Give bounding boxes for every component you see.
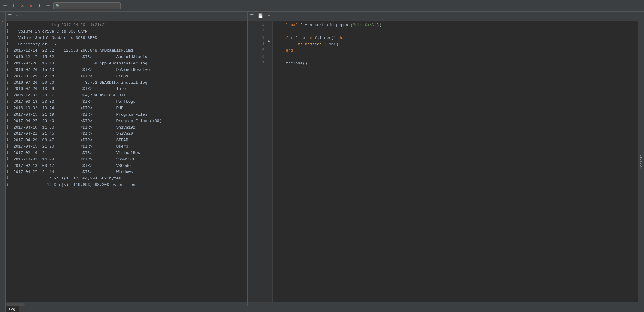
editor-gutter: 1 2 □ 3 4 5 6 7 (248, 21, 266, 302)
editor-content-area: 1 2 □ 3 4 5 6 7 ▶ local f = ass (248, 21, 644, 302)
log-line-text: 2016-07-26 15:10 <DIR> DaVinciResolve (13, 67, 150, 73)
info-icon[interactable]: ℹ (10, 2, 17, 9)
log-line-text: 2017-04-10 11:30 <DIR> ShiVa192 (13, 125, 135, 131)
run-button-column: ▶ (266, 21, 273, 302)
code-line-1: local f = assert (io.popen ("dir C:\\")) (276, 22, 635, 29)
download-icon[interactable]: ⬇ (36, 2, 43, 9)
log-toolbar: ☰ ≡ (6, 12, 247, 21)
spacer3 (266, 33, 272, 38)
code-editor[interactable]: local f = assert (io.popen ("dir C:\\"))… (273, 21, 638, 302)
sidebar-list-icon[interactable]: ≡ (0, 19, 6, 25)
code-line-5: end (276, 48, 635, 54)
editor-settings-icon[interactable]: ⚙ (266, 13, 272, 19)
info-line-icon: ℹ (7, 163, 12, 169)
list-item: ℹ 4 File(s) 12,584,204,562 bytes (6, 175, 247, 182)
info-line-icon: ℹ (7, 106, 12, 111)
list-item: ℹ --------------- Log 2017-04-29 11:21:2… (6, 22, 247, 29)
list-item: ℹ 2017-03-18 23:03 <DIR> PerfLogs (6, 99, 247, 105)
list-item: ℹ 16 Dir(s) 119,893,598,208 bytes free (6, 182, 247, 188)
list-item: ℹ 2016-10-02 10:24 <DIR> PHP (6, 105, 247, 112)
log-line-text: 2016-07-26 16:13 58 AppleBcInstaller.log (13, 61, 147, 67)
scrollbar-thumb[interactable] (6, 303, 25, 306)
tab-log[interactable]: Log (6, 306, 19, 312)
list-item: ℹ 2017-04-27 23:40 <DIR> Program Files (… (6, 118, 247, 125)
log-line-text: 2017-04-27 21:14 <DIR> Windows (13, 169, 133, 175)
log-line-text: 2016-12-14 22:52 12,583,296,048 AMDRamDi… (13, 48, 133, 54)
editor-scrollbar[interactable] (248, 302, 644, 306)
run-button[interactable]: ▶ (266, 38, 272, 44)
error-icon[interactable]: ✕ (28, 2, 34, 9)
spacer (266, 21, 272, 27)
hamburger-icon[interactable]: ☰ (2, 2, 9, 9)
info-line-icon: ℹ (7, 125, 12, 131)
line-number-5: 5 (248, 47, 266, 54)
left-sidebar: ☰ ≡ (0, 12, 6, 306)
info-line-icon: ℹ (7, 48, 12, 54)
info-line-icon: ℹ (7, 61, 12, 67)
list-item: ℹ 2016-12-14 22:52 12,583,296,048 AMDRam… (6, 48, 247, 54)
line-number-2: 2 (248, 28, 266, 35)
info-line-icon: ℹ (7, 150, 12, 156)
info-line-icon: ℹ (7, 67, 12, 73)
log-line-text: Volume Serial Number is 3C89-8E0D (13, 35, 97, 41)
line-number-4: 4 (248, 41, 266, 48)
info-line-icon: ℹ (7, 54, 12, 60)
log-scrollbar[interactable] (6, 302, 247, 306)
info-line-icon: ℹ (7, 29, 12, 35)
warning-icon[interactable]: ⚠ (19, 2, 26, 9)
search-input[interactable] (53, 2, 121, 9)
console-tab-label[interactable]: Console (638, 21, 644, 302)
list-item: ℹ 2016-07-26 13:59 <DIR> Intel (6, 86, 247, 92)
info-line-icon: ℹ (7, 80, 12, 86)
log-line-text: 4 File(s) 12,584,204,562 bytes (13, 176, 121, 182)
log-line-text: 2016-10-02 10:24 <DIR> PHP (13, 106, 123, 111)
top-toolbar: ☰ ℹ ⚠ ✕ ⬇ ☰ (0, 0, 644, 12)
log-content: ℹ --------------- Log 2017-04-29 11:21:2… (6, 21, 247, 302)
main-area: ☰ ≡ ☰ ≡ ℹ --------------- Log 2017-04-29… (0, 12, 644, 306)
list-item: ℹ 2017-01-29 22:08 <DIR> Fraps (6, 73, 247, 80)
sidebar-menu-icon[interactable]: ☰ (0, 12, 6, 18)
list-item: ℹ 2017-04-27 21:14 <DIR> Windows (6, 169, 247, 175)
bottom-left-spacer (0, 306, 6, 312)
list-item: ℹ 2017-04-15 21:20 <DIR> Users (6, 144, 247, 150)
list-item: ℹ Volume in drive C is BOOTCAMP (6, 29, 247, 35)
log-toolbar-menu-icon[interactable]: ☰ (7, 13, 13, 19)
log-line-text: 2016-07-26 13:59 <DIR> Intel (13, 86, 128, 92)
log-line-text: Directory of C:\ (13, 42, 56, 48)
list-item: ℹ 2017-02-18 00:17 <DIR> VSCode (6, 163, 247, 169)
log-toolbar-list-icon[interactable]: ≡ (14, 13, 20, 19)
editor-save-icon[interactable]: 💾 (257, 13, 263, 19)
log-line-text: 16 Dir(s) 119,893,598,208 bytes free (13, 182, 135, 188)
line-number-6: 6 (248, 54, 266, 60)
list-item: ℹ 2017-02-16 21:41 <DIR> VirtualBox (6, 150, 247, 156)
list-item: ℹ 2016-10-02 14:08 <DIR> VS2015CE (6, 156, 247, 163)
info-line-icon: ℹ (7, 118, 12, 124)
code-line-2 (276, 29, 635, 35)
list-item: ℹ 2017-04-29 08:47 <DIR> STEAM (6, 137, 247, 144)
list-icon[interactable]: ☰ (45, 2, 51, 9)
log-line-text: 2016-10-02 14:08 <DIR> VS2015CE (13, 157, 135, 163)
code-line-6 (276, 54, 635, 60)
log-line-text: 2017-04-27 23:40 <DIR> Program Files (x8… (13, 118, 162, 124)
code-line-7: f:close() (276, 60, 635, 67)
info-line-icon: ℹ (7, 74, 12, 79)
info-line-icon: ℹ (7, 99, 12, 105)
info-line-icon: ℹ (7, 131, 12, 137)
log-line-text: 2017-02-18 00:17 <DIR> VSCode (13, 163, 131, 169)
list-item: ℹ 2016-12-17 15:02 <DIR> AndroidStudio (6, 54, 247, 60)
breakpoint-icon[interactable]: □ (248, 36, 250, 40)
info-line-icon: ℹ (7, 176, 12, 182)
bottom-tabs: Log (0, 306, 644, 312)
log-line-text: 2017-01-29 22:08 <DIR> Fraps (13, 74, 128, 79)
log-line-text: 2017-04-15 21:19 <DIR> Program Files (13, 112, 147, 118)
list-item: ℹ 2017-04-10 11:30 <DIR> ShiVa192 (6, 125, 247, 131)
log-line-text: 2017-02-16 21:41 <DIR> VirtualBox (13, 150, 140, 156)
editor-toolbar: ☰ 💾 ⚙ (248, 12, 644, 21)
list-item: ℹ 2016-07-26 15:10 <DIR> DaVinciResolve (6, 67, 247, 73)
toolbar-left: ☰ ℹ ⚠ ✕ ⬇ ☰ (2, 2, 642, 9)
log-panel: ☰ ≡ ℹ --------------- Log 2017-04-29 11:… (6, 12, 248, 306)
editor-toolbar-menu-icon[interactable]: ☰ (249, 13, 255, 19)
info-line-icon: ℹ (7, 182, 12, 188)
list-item: ℹ 2017-04-15 21:19 <DIR> Program Files (6, 112, 247, 118)
info-line-icon: ℹ (7, 112, 12, 118)
